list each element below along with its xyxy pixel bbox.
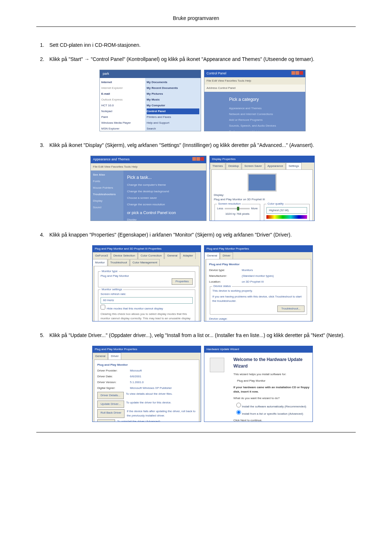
radio-auto[interactable] bbox=[236, 403, 241, 407]
manufacturer-value: (Standard monitor types) bbox=[242, 274, 274, 278]
driver-details-button[interactable]: Driver Details... bbox=[97, 392, 124, 399]
sa-fonts[interactable]: Fonts bbox=[93, 179, 121, 184]
tab-colormgmt[interactable]: Color Management bbox=[130, 259, 160, 266]
sm-search[interactable]: Search bbox=[147, 126, 199, 132]
sa-mouse[interactable]: Mouse Pointers bbox=[93, 186, 121, 190]
hide-modes-note: Clearing this check box allows you to se… bbox=[101, 312, 193, 321]
signer-value: Microsoft Windows XP Publisher bbox=[130, 386, 172, 390]
tab-geforce[interactable]: GeForce3 bbox=[93, 252, 111, 259]
monitor-preview-icon bbox=[248, 173, 277, 192]
uninstall-button[interactable]: Uninstall bbox=[97, 419, 115, 422]
resolution-slider[interactable] bbox=[225, 208, 250, 209]
refresh-rate-label: Screen refresh rate: bbox=[101, 292, 193, 296]
sm-wmp[interactable]: Windows Media Player bbox=[101, 120, 144, 126]
sm-hct[interactable]: HCT 10.0 bbox=[101, 103, 144, 108]
max-icon[interactable] bbox=[295, 71, 299, 75]
close-icon[interactable] bbox=[299, 71, 303, 75]
tab-troubleshoot[interactable]: Troubleshoot bbox=[108, 259, 130, 266]
color-quality-select[interactable]: Highest (32 bit) bbox=[266, 207, 307, 214]
troubleshoot-button[interactable]: Troubleshoot... bbox=[277, 305, 305, 312]
tab-driver[interactable]: Driver bbox=[220, 252, 233, 259]
properties-button[interactable]: Properties bbox=[172, 278, 193, 285]
device-status-text: This device is working properly. bbox=[212, 289, 305, 293]
page-title: Bruke programvaren bbox=[173, 15, 219, 21]
tab-desktop[interactable]: Desktop bbox=[226, 163, 241, 169]
at-menubar[interactable]: File Edit View Favorites Tools Help bbox=[91, 163, 206, 171]
sm-internet[interactable]: Internet bbox=[101, 79, 144, 85]
task-theme[interactable]: Change the computer's theme bbox=[127, 183, 203, 187]
tab-general[interactable]: General bbox=[204, 252, 220, 259]
task-ss[interactable]: Choose a screen saver bbox=[127, 196, 203, 200]
cp-cat-appearance[interactable]: Appearance and Themes bbox=[229, 106, 302, 111]
cp-cat-sounds[interactable]: Sounds, Speech, and Audio Devices bbox=[229, 124, 302, 128]
sm-help[interactable]: Help and Support bbox=[147, 120, 199, 126]
update-driver-button[interactable]: Update Driver... bbox=[97, 401, 124, 408]
sm-recent[interactable]: My Recent Documents bbox=[147, 85, 199, 91]
radio-list-label: Install from a list or specific location… bbox=[242, 412, 303, 415]
appearance-themes-screenshot: Appearance and Themes File Edit View Fav… bbox=[90, 156, 207, 221]
tab-settings[interactable]: Settings bbox=[286, 163, 302, 169]
pick-task-heading: Pick a task... bbox=[127, 174, 203, 181]
sm-printers[interactable]: Printers and Faxes bbox=[147, 114, 199, 120]
refresh-rate-select[interactable]: 60 Hertz bbox=[101, 297, 193, 304]
cp-address[interactable]: Address Control Panel bbox=[204, 85, 305, 92]
min-icon[interactable] bbox=[192, 157, 196, 161]
tab-general[interactable]: General bbox=[93, 353, 108, 360]
close-icon[interactable] bbox=[200, 157, 204, 161]
device-status-help: If you are having problems with this dev… bbox=[212, 295, 305, 303]
ts-sound[interactable]: Sound bbox=[93, 205, 121, 210]
monitor-type-value: Plug and Play Monitor bbox=[101, 274, 193, 278]
devtype-value: Monitors bbox=[242, 268, 253, 272]
rollback-driver-button[interactable]: Roll Back Driver bbox=[97, 409, 124, 418]
min-icon[interactable] bbox=[291, 71, 295, 75]
sm-notepad[interactable]: Notepad bbox=[101, 108, 144, 114]
tab-screensaver[interactable]: Screen Saver bbox=[242, 163, 264, 169]
tab-adapter[interactable]: Adapter bbox=[180, 252, 196, 259]
cp-cat-network[interactable]: Network and Internet Connections bbox=[229, 112, 302, 116]
tab-colorcorr[interactable]: Color Correction bbox=[138, 252, 164, 259]
step-number: 3. bbox=[36, 141, 49, 149]
wizard-p1: This wizard helps you install software f… bbox=[233, 372, 310, 377]
sm-paint[interactable]: Paint bbox=[101, 114, 144, 120]
screenshot-row-2: Appearance and Themes File Edit View Fav… bbox=[36, 156, 356, 221]
drv-title: Plug and Play Monitor Properties bbox=[93, 346, 201, 353]
sm-pictures[interactable]: My Pictures bbox=[147, 91, 199, 97]
pnp-device-name: Plug and Play Monitor bbox=[209, 262, 308, 267]
monitor-advanced-screenshot: Plug and Play Monitor and 3D Prophet III… bbox=[92, 245, 201, 321]
sm-music[interactable]: My Music bbox=[147, 97, 199, 103]
sm-ie: Internet Explorer bbox=[101, 85, 144, 91]
step-text: Sett CD-platen inn i CD-ROM-stasjonen. bbox=[49, 41, 356, 49]
hide-modes-checkbox[interactable] bbox=[101, 305, 105, 309]
tab-general[interactable]: General bbox=[164, 252, 180, 259]
step-2: 2. Klikk på "Start" → "Control Panel" (K… bbox=[36, 56, 356, 63]
cp-cat-addremove[interactable]: Add or Remove Programs bbox=[229, 118, 302, 122]
res-more: More bbox=[251, 206, 258, 211]
tab-themes[interactable]: Themes bbox=[210, 163, 225, 169]
sm-mycomputer[interactable]: My Computer bbox=[147, 103, 199, 108]
cp-cat-performance[interactable]: Performance and Maintenance bbox=[229, 130, 302, 132]
mp-title: Plug and Play Monitor and 3D Prophet III… bbox=[93, 246, 201, 252]
tab-appearance[interactable]: Appearance bbox=[265, 163, 286, 169]
sm-mydocs[interactable]: My Documents bbox=[147, 79, 199, 85]
max-icon[interactable] bbox=[196, 157, 200, 161]
task-bg[interactable]: Change the desktop background bbox=[127, 189, 203, 194]
tab-monitor[interactable]: Monitor bbox=[93, 259, 107, 266]
sm-msn[interactable]: MSN Explorer bbox=[101, 126, 144, 132]
window-controls bbox=[192, 157, 204, 162]
step-number: 4. bbox=[36, 231, 49, 239]
control-panel-screenshot: Control Panel File Edit View Favorites T… bbox=[204, 70, 306, 131]
wizard-prompt: What do you want the wizard to do? bbox=[233, 396, 310, 401]
ts-display[interactable]: Display bbox=[93, 199, 121, 203]
sm-email[interactable]: E-mail bbox=[101, 91, 144, 97]
tab-driver[interactable]: Driver bbox=[108, 353, 121, 360]
radio-list[interactable] bbox=[236, 410, 241, 415]
step-3: 3. Klikk på ikonet "Display" (Skjerm), v… bbox=[36, 141, 356, 149]
cp-menubar[interactable]: File Edit View Favorites Tools Help bbox=[204, 77, 305, 85]
sm-controlpanel[interactable]: Control Panel bbox=[147, 108, 199, 114]
task-res[interactable]: Change the screen resolution bbox=[127, 202, 203, 207]
cpicon-display[interactable]: Display bbox=[127, 218, 203, 221]
screenshot-row-1: park Internet Internet Explorer E-mail O… bbox=[36, 70, 356, 131]
at-title: Appearance and Themes bbox=[93, 157, 130, 162]
pnp-title: Plug and Play Monitor Properties bbox=[204, 246, 313, 252]
tab-devsel[interactable]: Device Selection bbox=[111, 252, 138, 259]
